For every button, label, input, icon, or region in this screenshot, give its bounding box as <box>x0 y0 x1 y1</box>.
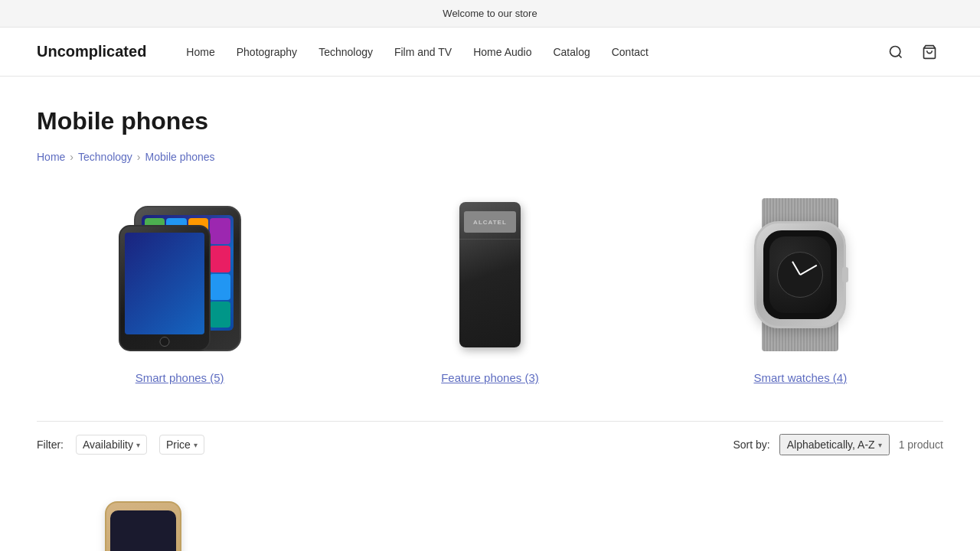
category-smartphones[interactable]: Smart phones (5) <box>37 191 322 384</box>
sort-dropdown[interactable]: Alphabetically, A-Z ▾ <box>779 434 890 455</box>
main-content: Mobile phones Home › Technology › Mobile… <box>0 77 980 551</box>
category-label-smartwatches: Smart watches (4) <box>753 371 847 384</box>
nav-item-catalog[interactable]: Catalog <box>544 41 599 63</box>
search-icon <box>888 44 903 60</box>
announcement-bar: Welcome to our store <box>0 0 980 28</box>
product-image-1 <box>37 486 250 551</box>
breadcrumb-home[interactable]: Home <box>37 151 65 163</box>
category-img-smartwatches <box>658 191 943 359</box>
sort-selected: Alphabetically, A-Z <box>787 439 875 451</box>
svg-line-1 <box>899 54 902 57</box>
header-icons <box>882 38 943 66</box>
header: Uncomplicated Home Photography Technolog… <box>0 28 980 77</box>
page-title: Mobile phones <box>37 107 943 135</box>
breadcrumb-technology[interactable]: Technology <box>78 151 132 163</box>
breadcrumb-separator-2: › <box>137 151 141 163</box>
chevron-down-icon-3: ▾ <box>878 441 882 449</box>
category-smartwatches[interactable]: Smart watches (4) <box>658 191 943 384</box>
nav-item-technology[interactable]: Technology <box>309 41 382 63</box>
breadcrumb: Home › Technology › Mobile phones <box>37 151 943 163</box>
category-img-smartphones <box>37 191 322 359</box>
nav-item-home[interactable]: Home <box>177 41 224 63</box>
filter-section: Filter: Availability ▾ Price ▾ Sort by: … <box>37 421 943 468</box>
price-filter[interactable]: Price ▾ <box>159 435 204 455</box>
announcement-text: Welcome to our store <box>443 8 537 19</box>
category-grid: Smart phones (5) ALCATEL Feature phones … <box>37 191 943 384</box>
nav-item-photography[interactable]: Photography <box>227 41 306 63</box>
logo[interactable]: Uncomplicated <box>37 43 146 60</box>
product-grid <box>37 486 943 551</box>
price-label: Price <box>166 439 191 451</box>
product-card-1[interactable] <box>37 486 250 551</box>
filter-label: Filter: <box>37 439 64 451</box>
availability-label: Availability <box>83 439 133 451</box>
nav-item-film-tv[interactable]: Film and TV <box>385 41 461 63</box>
product-count: 1 product <box>899 439 943 451</box>
filter-left: Filter: Availability ▾ Price ▾ <box>37 435 204 455</box>
availability-filter[interactable]: Availability ▾ <box>76 435 147 455</box>
breadcrumb-separator-1: › <box>70 151 74 163</box>
chevron-down-icon-2: ▾ <box>194 441 198 449</box>
breadcrumb-current: Mobile phones <box>145 151 215 163</box>
category-label-smartphones: Smart phones (5) <box>136 371 224 384</box>
filter-right: Sort by: Alphabetically, A-Z ▾ 1 product <box>733 434 943 455</box>
nav: Home Photography Technology Film and TV … <box>177 41 882 63</box>
chevron-down-icon: ▾ <box>136 441 140 449</box>
category-label-feature-phones: Feature phones (3) <box>441 371 539 384</box>
search-button[interactable] <box>882 38 910 66</box>
nav-item-contact[interactable]: Contact <box>603 41 658 63</box>
category-img-feature-phones: ALCATEL <box>347 191 632 359</box>
sort-label: Sort by: <box>733 439 769 451</box>
svg-point-0 <box>890 46 900 56</box>
nav-item-home-audio[interactable]: Home Audio <box>464 41 541 63</box>
cart-icon <box>922 44 937 60</box>
category-feature-phones[interactable]: ALCATEL Feature phones (3) <box>347 191 632 384</box>
cart-button[interactable] <box>916 38 943 66</box>
